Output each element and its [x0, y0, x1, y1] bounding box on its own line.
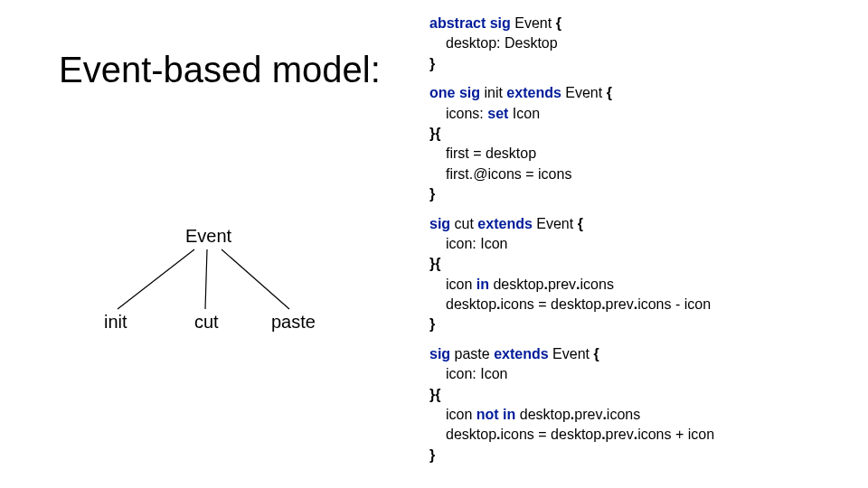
code-sig-cut: sig cut extends Event { icon: Icon }{ ic… — [429, 214, 714, 335]
tree-leaf-cut: cut — [194, 312, 219, 333]
code-block: abstract sig Event { desktop: Desktop } … — [429, 14, 714, 474]
slide: Event-based model: Event init cut paste … — [0, 0, 868, 488]
tree-leaf-paste: paste — [271, 312, 316, 333]
code-sig-init: one sig init extends Event { icons: set … — [429, 83, 714, 204]
slide-title: Event-based model: — [59, 50, 381, 90]
hierarchy-tree: Event init cut paste — [86, 226, 339, 334]
tree-leaf-init: init — [104, 312, 127, 333]
tree-branches — [86, 248, 339, 313]
code-abstract-event: abstract sig Event { desktop: Desktop } — [429, 14, 714, 74]
svg-line-0 — [118, 249, 194, 309]
code-sig-paste: sig paste extends Event { icon: Icon }{ … — [429, 344, 714, 465]
svg-line-2 — [222, 249, 289, 309]
svg-line-1 — [205, 249, 207, 309]
tree-root: Event — [185, 226, 231, 247]
